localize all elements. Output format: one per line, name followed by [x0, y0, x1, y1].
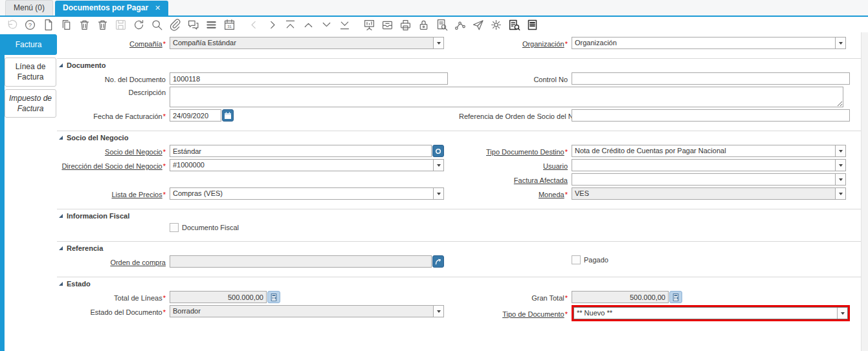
chevron-down-icon[interactable] [837, 308, 847, 319]
section-title: Referencia [67, 244, 103, 252]
save-icon[interactable] [115, 19, 127, 31]
print-icon[interactable] [399, 19, 412, 31]
section-informacion-fiscal: Informacion Fiscal [57, 209, 861, 221]
workflow-icon[interactable] [454, 19, 466, 31]
zoom-record-button[interactable] [432, 255, 444, 268]
section-documento: Documento [57, 58, 861, 70]
chevron-down-icon[interactable] [835, 160, 845, 171]
moneda-combobox[interactable]: VES [572, 187, 846, 200]
usuario-combobox[interactable] [572, 159, 846, 171]
scrollbar-gutter[interactable] [861, 32, 868, 351]
archive-icon[interactable] [381, 19, 394, 31]
section-estado: Estado [57, 277, 861, 289]
find-icon[interactable] [151, 19, 163, 31]
compania-combobox[interactable]: Compañía Estándar [170, 37, 444, 49]
toolbar: ?31 [0, 17, 868, 32]
chevron-down-icon[interactable] [835, 188, 845, 199]
usuario-value [572, 160, 835, 171]
tab-linea-de-factura[interactable]: Línea de Factura [5, 58, 56, 86]
chevron-down-icon[interactable] [433, 306, 443, 317]
business-partner-info-button[interactable] [432, 145, 444, 157]
collapse-triangle-icon[interactable] [59, 63, 63, 67]
tab-documentos-por-pagar[interactable]: Documentos por Pagar ✕ [55, 1, 168, 16]
field-label: Socio del Negocio* [57, 146, 166, 156]
fecha-facturacion-input[interactable] [170, 109, 221, 122]
close-tab-icon[interactable]: ✕ [155, 4, 161, 12]
direccion-socio-combobox[interactable]: #1000000 [170, 159, 444, 171]
report-find-icon[interactable] [508, 19, 520, 31]
grid-toggle-icon[interactable] [205, 19, 217, 31]
collapse-triangle-icon[interactable] [59, 246, 63, 250]
lista-precios-combobox[interactable]: Compras (VES) [170, 187, 444, 200]
direccion-socio-value: #1000000 [170, 160, 433, 171]
field-label: Estado del Documento* [57, 306, 166, 316]
attachment-icon[interactable] [169, 19, 181, 31]
menu-tab[interactable]: Menú (0) [5, 0, 53, 16]
field-label: Factura Afectada [459, 175, 568, 184]
field-label: Moneda* [459, 189, 568, 198]
chevron-down-icon[interactable] [835, 174, 845, 185]
form-content: Compañía* Compañía Estándar Organización… [57, 32, 861, 351]
pagado-label: Pagado [584, 256, 608, 264]
calendar-picker-button[interactable] [222, 109, 234, 122]
prev-record-icon[interactable] [248, 19, 260, 31]
tipo-documento-destino-combobox[interactable]: Nota de Crédito de Cuentas por Pagar Nac… [572, 145, 846, 157]
orden-compra-input[interactable] [170, 255, 432, 268]
estado-documento-combobox[interactable]: Borrador [170, 305, 444, 317]
delete-record-icon[interactable] [78, 19, 91, 31]
no-documento-input[interactable] [170, 72, 448, 85]
gran-total-input[interactable] [572, 291, 669, 303]
new-record-icon[interactable] [42, 19, 54, 31]
undo-icon[interactable] [6, 19, 18, 31]
collapse-triangle-icon[interactable] [59, 136, 63, 140]
chat-icon[interactable] [187, 19, 199, 31]
factura-afectada-combobox[interactable] [572, 173, 846, 186]
moneda-value: VES [572, 188, 835, 199]
collapse-triangle-icon[interactable] [59, 214, 63, 218]
chevron-down-icon[interactable] [835, 37, 845, 48]
pagado-checkbox[interactable] [572, 255, 581, 264]
field-label: Tipo Documento Destino* [459, 146, 568, 156]
organizacion-combobox[interactable]: Organización [572, 37, 846, 49]
field-label: Total de Líneas* [57, 292, 166, 302]
collapse-triangle-icon[interactable] [59, 282, 63, 286]
copy-record-icon[interactable] [60, 19, 72, 31]
send-icon[interactable] [472, 19, 484, 31]
report-icon[interactable] [363, 19, 375, 31]
section-title: Socio del Negocio [67, 134, 128, 142]
help-icon[interactable]: ? [24, 19, 36, 31]
calendar-icon[interactable]: 31 [223, 19, 236, 31]
refresh-icon[interactable] [133, 19, 145, 31]
up-record-icon[interactable] [302, 19, 315, 31]
parent-record-icon[interactable] [284, 19, 296, 31]
tipo-documento-combobox[interactable]: ** Nuevo ** [573, 307, 848, 319]
referencia-orden-input[interactable] [572, 109, 850, 122]
descripcion-textarea[interactable] [170, 87, 843, 107]
chevron-down-icon[interactable] [433, 37, 443, 48]
chevron-down-icon[interactable] [433, 188, 443, 199]
calculator-icon[interactable] [267, 291, 280, 303]
delete-selection-icon[interactable] [96, 19, 109, 31]
app-window: Menú (0) Documentos por Pagar ✕ ?31 Fact… [0, 0, 868, 351]
total-lineas-input[interactable] [170, 291, 267, 303]
tab-impuesto-de-factura[interactable]: Impuesto de Factura [5, 89, 56, 118]
field-label: Control No [459, 74, 568, 83]
chevron-down-icon[interactable] [835, 145, 845, 156]
documento-fiscal-checkbox[interactable] [170, 223, 179, 232]
chevron-down-icon[interactable] [433, 160, 443, 171]
svg-text:31: 31 [227, 25, 232, 28]
svg-text:?: ? [28, 21, 32, 28]
print-preview-icon[interactable] [436, 19, 448, 31]
last-record-icon[interactable] [339, 19, 351, 31]
lock-icon[interactable] [417, 19, 430, 31]
section-title: Estado [67, 280, 91, 288]
down-record-icon[interactable] [320, 19, 333, 31]
next-record-icon[interactable] [266, 19, 278, 31]
socio-negocio-input[interactable] [170, 145, 432, 157]
calculator-icon[interactable] [669, 291, 682, 303]
settings-icon[interactable] [490, 19, 502, 31]
tab-factura[interactable]: Factura [0, 34, 57, 55]
control-no-input[interactable] [572, 72, 850, 85]
field-label: Fecha de Facturación* [57, 111, 166, 120]
form-icon[interactable] [526, 19, 539, 31]
